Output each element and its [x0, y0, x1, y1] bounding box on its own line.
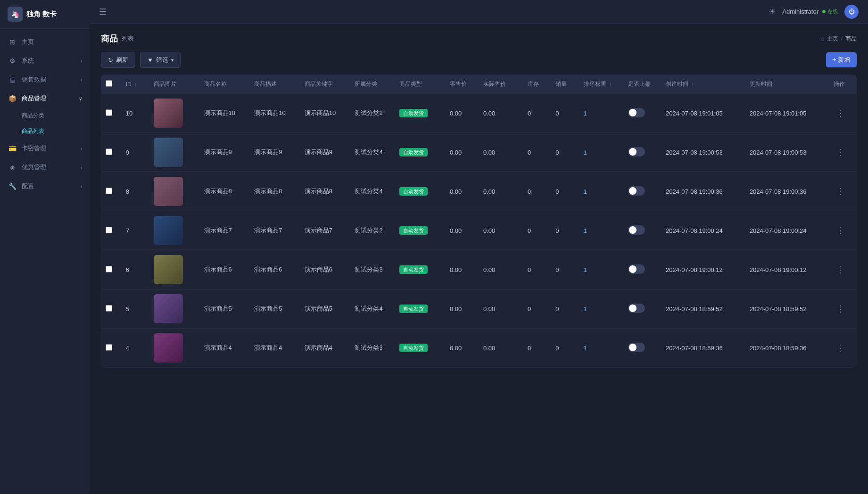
settings-icon[interactable]: ☀: [769, 7, 776, 16]
rank-link[interactable]: 1: [584, 188, 587, 195]
more-actions-button[interactable]: ⋮: [834, 341, 848, 354]
more-actions-button[interactable]: ⋮: [834, 302, 848, 315]
row-stock: 0: [523, 250, 551, 289]
sales-icon: ▦: [8, 75, 17, 84]
sidebar-item-config[interactable]: 🔧 配置 ‹: [0, 177, 90, 196]
row-price: 0.00: [445, 211, 479, 250]
row-id: 5: [121, 289, 149, 329]
rank-link[interactable]: 1: [584, 266, 587, 273]
sidebar-item-system[interactable]: ⚙ 系统 ‹: [0, 51, 90, 70]
row-checkbox[interactable]: [106, 266, 112, 272]
row-created: 2024-07-08 19:01:05: [661, 94, 745, 133]
sidebar-item-card-mgmt[interactable]: 💳 卡密管理 ‹: [0, 139, 90, 158]
row-checkbox-cell: [101, 172, 121, 211]
row-updated: 2024-07-08 19:00:36: [745, 172, 829, 211]
online-toggle[interactable]: [628, 264, 645, 274]
refresh-label: 刷新: [116, 56, 128, 64]
online-toggle[interactable]: [628, 108, 645, 117]
more-actions-button[interactable]: ⋮: [834, 146, 848, 159]
online-toggle[interactable]: [628, 304, 645, 313]
sidebar-item-product-list[interactable]: 商品列表: [0, 124, 90, 139]
row-checkbox[interactable]: [106, 305, 112, 312]
chevron-right-icon: ‹: [81, 77, 82, 82]
rank-link[interactable]: 1: [584, 227, 587, 234]
header-stock: 库存: [523, 74, 551, 94]
filter-icon: ▼: [147, 57, 153, 64]
more-actions-button[interactable]: ⋮: [834, 224, 848, 237]
row-id: 10: [121, 94, 149, 133]
logo-text: 独角 数卡: [26, 10, 57, 19]
row-real-price: 0.00: [479, 289, 523, 329]
row-checkbox[interactable]: [106, 227, 112, 233]
status-dot: [822, 10, 826, 13]
hamburger-button[interactable]: ☰: [99, 7, 107, 17]
row-desc: 演示商品4: [249, 329, 300, 368]
rank-link[interactable]: 1: [584, 110, 587, 117]
rank-link[interactable]: 1: [584, 149, 587, 156]
new-product-button[interactable]: + 新增: [826, 52, 857, 67]
row-checkbox-cell: [101, 94, 121, 133]
system-icon: ⚙: [8, 56, 17, 66]
product-image: [154, 333, 183, 362]
product-type-badge: 自动发货: [399, 344, 428, 352]
filter-button[interactable]: ▼ 筛选 ▾: [140, 52, 181, 68]
online-toggle[interactable]: [628, 225, 645, 235]
rank-link[interactable]: 1: [584, 345, 587, 352]
sort-icon: ↑: [509, 82, 511, 87]
row-name: 演示商品9: [199, 133, 250, 172]
config-icon: 🔧: [8, 181, 17, 191]
row-checkbox[interactable]: [106, 109, 112, 116]
row-rank: 1: [579, 329, 623, 368]
sidebar-item-home[interactable]: ⊞ 主页: [0, 33, 90, 51]
row-checkbox[interactable]: [106, 148, 112, 155]
row-price: 0.00: [445, 172, 479, 211]
row-category: 测试分类4: [350, 133, 395, 172]
row-rank: 1: [579, 94, 623, 133]
online-toggle[interactable]: [628, 186, 645, 196]
row-checkbox[interactable]: [106, 188, 112, 194]
chevron-down-icon: ∨: [79, 96, 82, 101]
sidebar-item-label: 销售数据: [22, 75, 81, 84]
row-desc: 演示商品9: [249, 133, 300, 172]
more-actions-button[interactable]: ⋮: [834, 107, 848, 120]
row-sales: 0: [551, 133, 579, 172]
row-category: 测试分类4: [350, 289, 395, 329]
row-id: 6: [121, 250, 149, 289]
breadcrumb-home[interactable]: 主页: [827, 35, 838, 43]
select-all-checkbox[interactable]: [106, 80, 112, 87]
online-toggle[interactable]: [628, 147, 645, 156]
more-actions-button[interactable]: ⋮: [834, 185, 848, 198]
online-toggle[interactable]: [628, 343, 645, 352]
row-created: 2024-07-08 18:59:52: [661, 289, 745, 329]
sidebar-item-product-category[interactable]: 商品分类: [0, 108, 90, 124]
row-id: 4: [121, 329, 149, 368]
table-row: 9 演示商品9 演示商品9 演示商品9 测试分类4 自动发货 0.00 0.00…: [101, 133, 857, 172]
refresh-icon: ↻: [108, 57, 113, 64]
row-image-cell: [149, 172, 199, 211]
row-image-cell: [149, 133, 199, 172]
row-category: 测试分类3: [350, 250, 395, 289]
toolbar-left: ↻ 刷新 ▼ 筛选 ▾: [101, 52, 181, 68]
row-updated: 2024-07-08 19:00:12: [745, 250, 829, 289]
page-header: 商品 列表 ⌂ 主页 / 商品: [101, 33, 857, 44]
sidebar-item-coupon-mgmt[interactable]: ◈ 优惠管理 ‹: [0, 158, 90, 177]
topbar-user: Administrator 在线: [782, 8, 838, 15]
row-rank: 1: [579, 172, 623, 211]
row-sales: 0: [551, 289, 579, 329]
rank-link[interactable]: 1: [584, 305, 587, 313]
header-type: 商品类型: [395, 74, 445, 94]
header-name: 商品名称: [199, 74, 250, 94]
row-image-cell: [149, 94, 199, 133]
row-real-price: 0.00: [479, 172, 523, 211]
more-actions-button[interactable]: ⋮: [834, 263, 848, 276]
sidebar-item-sales[interactable]: ▦ 销售数据 ‹: [0, 70, 90, 89]
power-button[interactable]: ⏻: [844, 5, 859, 19]
row-checkbox[interactable]: [106, 344, 112, 351]
row-rank: 1: [579, 133, 623, 172]
sidebar-item-product-mgmt[interactable]: 📦 商品管理 ∨: [0, 89, 90, 108]
table-header-row: ID ↑ 商品图片 商品名称 商品描述 商品关键字 所属分类 商品类型 零售价 …: [101, 74, 857, 94]
product-image: [154, 216, 183, 245]
page-title-area: 商品 列表: [101, 33, 134, 44]
refresh-button[interactable]: ↻ 刷新: [101, 52, 135, 68]
row-type: 自动发货: [395, 250, 445, 289]
